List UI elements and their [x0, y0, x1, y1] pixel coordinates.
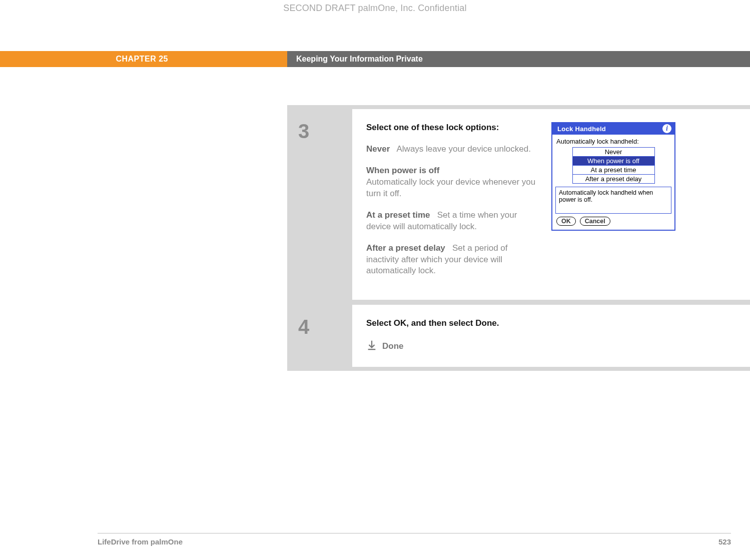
steps-container: 3 Select one of these lock options: Neve… — [287, 105, 750, 371]
cancel-button[interactable]: Cancel — [580, 217, 610, 226]
option-desc: Automatically lock your device whenever … — [366, 177, 536, 200]
option-power-off: When power is off Automatically lock you… — [366, 165, 536, 200]
info-icon[interactable]: i — [662, 124, 671, 133]
step-number: 4 — [287, 305, 352, 367]
lock-dialog-body: Automatically lock handheld: Never When … — [552, 135, 674, 230]
lock-caption: Automatically lock handheld: — [555, 138, 671, 147]
step-text: Select one of these lock options: Never … — [366, 122, 536, 287]
lock-option-preset-time[interactable]: At a preset time — [573, 166, 654, 175]
step-body: Select OK, and then select Done. Done — [352, 305, 750, 367]
option-preset-delay: After a preset delay Set a period of ina… — [366, 243, 536, 277]
step-3: 3 Select one of these lock options: Neve… — [287, 109, 750, 300]
chapter-label: CHAPTER 25 — [0, 51, 287, 67]
option-desc: Always leave your device unlocked. — [397, 144, 531, 154]
option-preset-time: At a preset time Set a time when your de… — [366, 210, 536, 233]
draft-header: SECOND DRAFT palmOne, Inc. Confidential — [0, 3, 750, 14]
lock-buttons: OK Cancel — [555, 214, 671, 226]
option-label: At a preset time — [366, 210, 430, 220]
step-text: Select OK, and then select Done. Done — [366, 318, 499, 354]
option-never: Never Always leave your device unlocked. — [366, 144, 536, 155]
lock-option-preset-delay[interactable]: After a preset delay — [573, 175, 654, 183]
step-lead: Select one of these lock options: — [366, 122, 536, 134]
arrow-down-icon — [366, 339, 377, 354]
step-body: Select one of these lock options: Never … — [352, 109, 750, 300]
lock-dialog: Lock Handheld i Automatically lock handh… — [551, 122, 675, 231]
option-label: When power is off — [366, 165, 536, 177]
page-footer: LifeDrive from palmOne 523 — [98, 533, 731, 546]
lock-dialog-titlebar: Lock Handheld i — [552, 123, 674, 135]
footer-product: LifeDrive from palmOne — [98, 537, 183, 546]
lock-description: Automatically lock handheld when power i… — [555, 187, 671, 214]
option-label: After a preset delay — [366, 243, 445, 253]
step-lead: Select OK, and then select Done. — [366, 318, 499, 329]
footer-page-number: 523 — [718, 537, 731, 546]
step-number: 3 — [287, 109, 352, 300]
step-4: 4 Select OK, and then select Done. Done — [287, 305, 750, 367]
chapter-title: Keeping Your Information Private — [287, 51, 750, 67]
ok-button[interactable]: OK — [556, 217, 576, 226]
lock-option-power-off[interactable]: When power is off — [573, 157, 654, 166]
lock-dialog-title: Lock Handheld — [557, 125, 606, 133]
lock-handheld-screenshot: Lock Handheld i Automatically lock handh… — [551, 122, 675, 287]
lock-option-never[interactable]: Never — [573, 148, 654, 157]
lock-options-list: Never When power is off At a preset time… — [572, 147, 655, 184]
done-indicator: Done — [366, 339, 499, 354]
option-label: Never — [366, 144, 390, 154]
chapter-bar: CHAPTER 25 Keeping Your Information Priv… — [0, 51, 750, 67]
done-label: Done — [382, 341, 404, 352]
